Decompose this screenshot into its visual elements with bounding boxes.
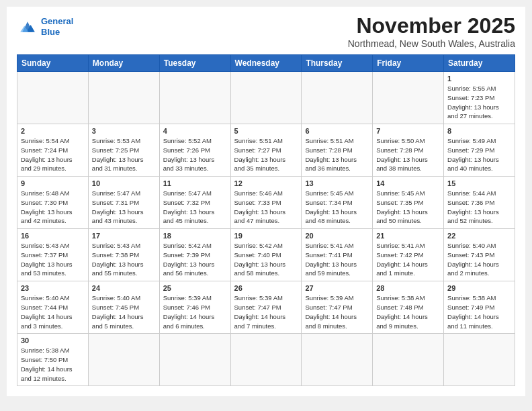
day-number: 1 (447, 75, 511, 83)
logo-general: General (41, 16, 73, 26)
calendar-day-cell: 25Sunrise: 5:39 AMSunset: 7:46 PMDayligh… (159, 281, 230, 334)
day-number: 12 (234, 179, 298, 187)
title-area: November 2025 Northmead, New South Wales… (348, 13, 515, 49)
logo: General Blue (17, 16, 73, 37)
day-info: Sunrise: 5:49 AMSunset: 7:29 PMDaylight:… (447, 136, 511, 173)
calendar-day-cell (373, 334, 444, 386)
calendar-body: 1Sunrise: 5:55 AMSunset: 7:23 PMDaylight… (17, 72, 515, 386)
calendar-day-cell: 18Sunrise: 5:42 AMSunset: 7:39 PMDayligh… (159, 229, 230, 281)
day-number: 20 (305, 232, 369, 240)
calendar-day-cell: 22Sunrise: 5:40 AMSunset: 7:43 PMDayligh… (444, 229, 515, 281)
calendar-day-cell (302, 334, 373, 386)
day-number: 26 (234, 284, 298, 292)
day-number: 17 (92, 232, 156, 240)
day-info: Sunrise: 5:43 AMSunset: 7:37 PMDaylight:… (21, 241, 85, 278)
day-number: 30 (21, 336, 85, 345)
calendar-day-cell (17, 72, 89, 124)
calendar-day-cell: 17Sunrise: 5:43 AMSunset: 7:38 PMDayligh… (88, 229, 159, 281)
calendar-week-row: 1Sunrise: 5:55 AMSunset: 7:23 PMDaylight… (17, 72, 515, 124)
day-number: 24 (92, 284, 156, 292)
calendar-day-cell: 27Sunrise: 5:39 AMSunset: 7:47 PMDayligh… (302, 281, 373, 334)
day-number: 27 (305, 284, 369, 292)
calendar-week-row: 9Sunrise: 5:48 AMSunset: 7:30 PMDaylight… (17, 177, 515, 229)
day-info: Sunrise: 5:45 AMSunset: 7:34 PMDaylight:… (305, 189, 369, 226)
calendar-day-cell: 5Sunrise: 5:51 AMSunset: 7:27 PMDaylight… (230, 124, 302, 177)
calendar-day-cell: 2Sunrise: 5:54 AMSunset: 7:24 PMDaylight… (17, 124, 89, 177)
day-number: 7 (376, 127, 440, 135)
day-info: Sunrise: 5:44 AMSunset: 7:36 PMDaylight:… (447, 189, 511, 226)
calendar-day-cell (159, 334, 230, 386)
day-info: Sunrise: 5:38 AMSunset: 7:50 PMDaylight:… (21, 346, 85, 383)
calendar-day-cell: 10Sunrise: 5:47 AMSunset: 7:31 PMDayligh… (88, 177, 159, 229)
day-info: Sunrise: 5:54 AMSunset: 7:24 PMDaylight:… (21, 136, 85, 173)
day-number: 8 (447, 127, 511, 135)
day-info: Sunrise: 5:39 AMSunset: 7:47 PMDaylight:… (305, 293, 369, 330)
calendar-week-row: 30Sunrise: 5:38 AMSunset: 7:50 PMDayligh… (17, 334, 515, 386)
calendar-day-cell: 20Sunrise: 5:41 AMSunset: 7:41 PMDayligh… (302, 229, 373, 281)
day-info: Sunrise: 5:38 AMSunset: 7:48 PMDaylight:… (376, 293, 440, 330)
day-number: 25 (163, 284, 227, 292)
day-number: 2 (21, 127, 85, 135)
calendar-day-cell (88, 334, 159, 386)
day-info: Sunrise: 5:42 AMSunset: 7:40 PMDaylight:… (234, 241, 298, 278)
day-number: 9 (21, 179, 85, 187)
day-info: Sunrise: 5:42 AMSunset: 7:39 PMDaylight:… (163, 241, 227, 278)
day-info: Sunrise: 5:48 AMSunset: 7:30 PMDaylight:… (21, 189, 85, 226)
day-info: Sunrise: 5:39 AMSunset: 7:46 PMDaylight:… (163, 293, 227, 330)
calendar-day-cell: 26Sunrise: 5:39 AMSunset: 7:47 PMDayligh… (230, 281, 302, 334)
day-info: Sunrise: 5:45 AMSunset: 7:35 PMDaylight:… (376, 189, 440, 226)
calendar-day-cell: 21Sunrise: 5:41 AMSunset: 7:42 PMDayligh… (373, 229, 444, 281)
day-info: Sunrise: 5:41 AMSunset: 7:42 PMDaylight:… (376, 241, 440, 278)
calendar-table: Sunday Monday Tuesday Wednesday Thursday… (17, 54, 515, 386)
day-info: Sunrise: 5:39 AMSunset: 7:47 PMDaylight:… (234, 293, 298, 330)
calendar-day-cell: 6Sunrise: 5:51 AMSunset: 7:28 PMDaylight… (302, 124, 373, 177)
day-info: Sunrise: 5:53 AMSunset: 7:25 PMDaylight:… (92, 136, 156, 173)
location-subtitle: Northmead, New South Wales, Australia (348, 38, 515, 49)
calendar-day-cell: 19Sunrise: 5:42 AMSunset: 7:40 PMDayligh… (230, 229, 302, 281)
day-number: 13 (305, 179, 369, 187)
calendar-day-cell: 4Sunrise: 5:52 AMSunset: 7:26 PMDaylight… (159, 124, 230, 177)
col-tuesday: Tuesday (159, 55, 230, 72)
col-saturday: Saturday (444, 55, 515, 72)
day-number: 18 (163, 232, 227, 240)
day-number: 28 (376, 284, 440, 292)
col-thursday: Thursday (302, 55, 373, 72)
calendar-week-row: 23Sunrise: 5:40 AMSunset: 7:44 PMDayligh… (17, 281, 515, 334)
calendar-week-row: 16Sunrise: 5:43 AMSunset: 7:37 PMDayligh… (17, 229, 515, 281)
day-number: 10 (92, 179, 156, 187)
calendar-day-cell: 9Sunrise: 5:48 AMSunset: 7:30 PMDaylight… (17, 177, 89, 229)
day-number: 11 (163, 179, 227, 187)
day-number: 29 (447, 284, 511, 292)
day-info: Sunrise: 5:38 AMSunset: 7:49 PMDaylight:… (447, 293, 511, 330)
calendar-day-cell: 30Sunrise: 5:38 AMSunset: 7:50 PMDayligh… (17, 334, 89, 386)
calendar-day-cell: 29Sunrise: 5:38 AMSunset: 7:49 PMDayligh… (444, 281, 515, 334)
calendar-day-cell: 3Sunrise: 5:53 AMSunset: 7:25 PMDaylight… (88, 124, 159, 177)
day-number: 14 (376, 179, 440, 187)
calendar-day-cell (444, 334, 515, 386)
calendar-day-cell: 8Sunrise: 5:49 AMSunset: 7:29 PMDaylight… (444, 124, 515, 177)
page: General Blue November 2025 Northmead, Ne… (7, 7, 525, 396)
day-info: Sunrise: 5:40 AMSunset: 7:45 PMDaylight:… (92, 293, 156, 330)
day-info: Sunrise: 5:47 AMSunset: 7:32 PMDaylight:… (163, 189, 227, 226)
day-number: 16 (21, 232, 85, 240)
day-number: 22 (447, 232, 511, 240)
calendar-day-cell: 12Sunrise: 5:46 AMSunset: 7:33 PMDayligh… (230, 177, 302, 229)
day-info: Sunrise: 5:50 AMSunset: 7:28 PMDaylight:… (376, 136, 440, 173)
day-info: Sunrise: 5:52 AMSunset: 7:26 PMDaylight:… (163, 136, 227, 173)
calendar-week-row: 2Sunrise: 5:54 AMSunset: 7:24 PMDaylight… (17, 124, 515, 177)
calendar-day-cell (230, 72, 302, 124)
calendar-day-cell: 13Sunrise: 5:45 AMSunset: 7:34 PMDayligh… (302, 177, 373, 229)
calendar-day-cell: 24Sunrise: 5:40 AMSunset: 7:45 PMDayligh… (88, 281, 159, 334)
day-number: 5 (234, 127, 298, 135)
calendar-day-cell: 14Sunrise: 5:45 AMSunset: 7:35 PMDayligh… (373, 177, 444, 229)
calendar-day-cell (88, 72, 159, 124)
day-info: Sunrise: 5:41 AMSunset: 7:41 PMDaylight:… (305, 241, 369, 278)
day-info: Sunrise: 5:47 AMSunset: 7:31 PMDaylight:… (92, 189, 156, 226)
day-info: Sunrise: 5:51 AMSunset: 7:27 PMDaylight:… (234, 136, 298, 173)
day-number: 15 (447, 179, 511, 187)
col-friday: Friday (373, 55, 444, 72)
day-number: 4 (163, 127, 227, 135)
calendar-day-cell: 16Sunrise: 5:43 AMSunset: 7:37 PMDayligh… (17, 229, 89, 281)
day-info: Sunrise: 5:51 AMSunset: 7:28 PMDaylight:… (305, 136, 369, 173)
day-info: Sunrise: 5:40 AMSunset: 7:44 PMDaylight:… (21, 293, 85, 330)
